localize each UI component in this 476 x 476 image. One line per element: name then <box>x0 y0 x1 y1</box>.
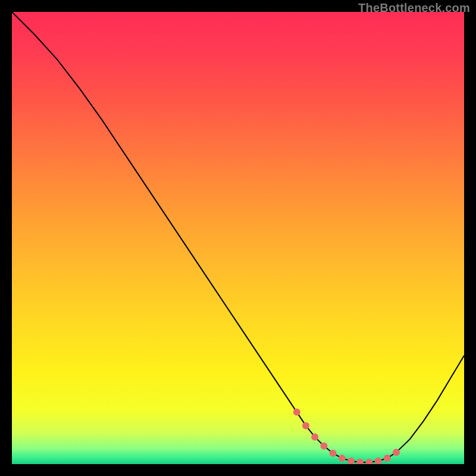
bottleneck-chart <box>12 12 464 464</box>
optimal-marker <box>320 443 327 450</box>
optimal-marker <box>384 455 391 462</box>
optimal-marker <box>311 433 318 440</box>
optimal-marker <box>302 422 309 429</box>
gradient-background <box>12 12 464 464</box>
optimal-marker <box>339 455 346 462</box>
optimal-marker <box>293 409 300 416</box>
chart-frame: TheBottleneck.com <box>0 0 476 476</box>
optimal-marker <box>330 450 337 457</box>
optimal-marker <box>393 449 400 456</box>
